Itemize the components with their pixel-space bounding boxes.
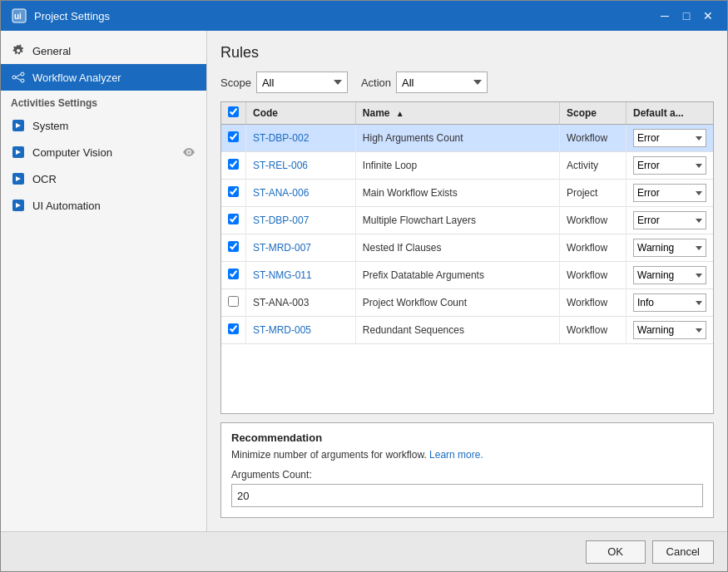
action-dropdown[interactable]: ErrorWarningInfoVerbose [633, 184, 706, 202]
row-default-action[interactable]: ErrorWarningInfoVerbose [626, 262, 714, 289]
learn-more-link[interactable]: Learn more. [429, 449, 483, 461]
action-dropdown[interactable]: ErrorWarningInfoVerbose [633, 211, 706, 229]
cancel-button[interactable]: Cancel [652, 540, 714, 564]
row-name: Redundant Sequences [355, 317, 559, 344]
rules-table: Code Name ▲ Scope Default a... ST-DBP-00… [221, 102, 713, 344]
ok-button[interactable]: OK [586, 540, 646, 564]
sidebar-item-ui-automation[interactable]: UI Automation [1, 192, 206, 219]
main-content: Rules Scope All Workflow Activity Projec… [207, 31, 727, 531]
table-row: ST-MRD-005Redundant SequencesWorkflowErr… [221, 317, 713, 344]
recommendation-title: Recommendation [231, 431, 703, 444]
row-default-action[interactable]: ErrorWarningInfoVerbose [626, 234, 714, 262]
code-link[interactable]: ST-MRD-005 [253, 324, 311, 336]
app-icon: ui [11, 7, 27, 24]
action-dropdown[interactable]: ErrorWarningInfoVerbose [633, 321, 706, 339]
row-default-action[interactable]: ErrorWarningInfoVerbose [626, 317, 714, 344]
sidebar-item-ocr[interactable]: OCR [1, 165, 206, 192]
row-checkbox[interactable] [228, 323, 239, 334]
row-checkbox[interactable] [228, 214, 239, 224]
action-filter: Action All Error Warning Info [361, 72, 488, 93]
row-default-action[interactable]: ErrorWarningInfoVerbose [626, 152, 714, 180]
row-scope: Activity [560, 152, 626, 180]
arguments-count-input[interactable] [231, 484, 703, 507]
table-header-row: Code Name ▲ Scope Default a... [221, 102, 713, 125]
action-dropdown[interactable]: ErrorWarningInfoVerbose [633, 266, 706, 284]
header-check[interactable] [221, 102, 246, 125]
scope-select[interactable]: All Workflow Activity Project [256, 72, 348, 93]
table-row: ST-NMG-011Prefix Datatable ArgumentsWork… [221, 262, 713, 289]
recommendation-panel: Recommendation Minimize number of argume… [220, 422, 714, 518]
sidebar-item-system[interactable]: System [1, 112, 206, 139]
code-link[interactable]: ST-NMG-011 [253, 269, 312, 281]
action-dropdown[interactable]: ErrorWarningInfoVerbose [633, 129, 706, 147]
row-checkbox[interactable] [228, 241, 239, 252]
row-checkbox[interactable] [228, 269, 239, 279]
row-checkbox-cell[interactable] [221, 234, 246, 262]
row-code[interactable]: ST-ANA-006 [246, 180, 356, 207]
header-default[interactable]: Default a... [626, 102, 714, 125]
scope-label: Scope [220, 76, 251, 89]
row-checkbox-cell[interactable] [221, 180, 246, 207]
action-dropdown[interactable]: ErrorWarningInfoVerbose [633, 156, 706, 175]
row-scope: Workflow [560, 125, 626, 152]
sidebar-item-computer-vision[interactable]: Computer Vision [1, 139, 206, 165]
row-default-action[interactable]: ErrorWarningInfoVerbose [626, 125, 714, 152]
code-link[interactable]: ST-ANA-006 [253, 187, 309, 199]
table-row: ST-REL-006Infinite LoopActivityErrorWarn… [221, 152, 713, 180]
cv-arrow-icon [11, 145, 26, 160]
row-name: Nested If Clauses [355, 234, 559, 262]
row-code[interactable]: ST-NMG-011 [246, 262, 356, 289]
row-checkbox-cell[interactable] [221, 125, 246, 152]
row-checkbox[interactable] [228, 131, 239, 142]
window-title: Project Settings [34, 10, 656, 22]
code-link[interactable]: ST-DBP-007 [253, 214, 309, 226]
row-code[interactable]: ST-DBP-007 [246, 207, 356, 234]
action-select[interactable]: All Error Warning Info [396, 72, 488, 93]
code-link[interactable]: ST-REL-006 [253, 160, 308, 171]
activities-settings-label: Activities Settings [1, 91, 206, 112]
row-checkbox-cell[interactable] [221, 152, 246, 180]
svg-point-5 [21, 79, 24, 82]
close-button[interactable]: ✕ [699, 7, 717, 25]
row-checkbox-cell[interactable] [221, 207, 246, 234]
header-name[interactable]: Name ▲ [355, 102, 559, 125]
row-name: Prefix Datatable Arguments [355, 262, 559, 289]
row-checkbox-cell[interactable] [221, 317, 246, 344]
ui-arrow-icon [11, 198, 26, 213]
svg-line-7 [16, 78, 21, 81]
minimize-button[interactable]: ─ [656, 7, 674, 25]
row-code[interactable]: ST-MRD-005 [246, 317, 356, 344]
row-code[interactable]: ST-MRD-007 [246, 234, 356, 262]
row-checkbox[interactable] [228, 186, 239, 197]
row-name: Main Workflow Exists [355, 180, 559, 207]
code-link[interactable]: ST-MRD-007 [253, 242, 311, 254]
row-code[interactable]: ST-DBP-002 [246, 125, 356, 152]
table-scroll[interactable]: Code Name ▲ Scope Default a... ST-DBP-00… [221, 102, 713, 413]
row-code[interactable]: ST-REL-006 [246, 152, 356, 180]
sidebar-item-workflow-analyzer[interactable]: Workflow Analyzer [1, 64, 206, 91]
header-scope[interactable]: Scope [560, 102, 626, 125]
row-default-action[interactable]: ErrorWarningInfoVerbose [626, 180, 714, 207]
sort-arrow-icon: ▲ [396, 109, 404, 118]
row-code[interactable]: ST-ANA-003 [246, 289, 356, 317]
code-link[interactable]: ST-DBP-002 [253, 132, 309, 144]
action-dropdown[interactable]: ErrorWarningInfoVerbose [633, 239, 706, 257]
ocr-arrow-icon [11, 171, 26, 186]
row-checkbox-cell[interactable] [221, 262, 246, 289]
sidebar-item-general[interactable]: General [1, 37, 206, 64]
row-checkbox[interactable] [228, 296, 239, 307]
action-dropdown[interactable]: ErrorWarningInfoVerbose [633, 293, 706, 312]
table-row: ST-MRD-007Nested If ClausesWorkflowError… [221, 234, 713, 262]
maximize-button[interactable]: □ [677, 7, 696, 25]
row-default-action[interactable]: ErrorWarningInfoVerbose [626, 207, 714, 234]
filters-row: Scope All Workflow Activity Project Acti… [220, 72, 714, 93]
table-row: ST-DBP-002High Arguments CountWorkflowEr… [221, 125, 713, 152]
select-all-checkbox[interactable] [228, 106, 239, 117]
header-code[interactable]: Code [246, 102, 356, 125]
row-name: Multiple Flowchart Layers [355, 207, 559, 234]
row-checkbox-cell[interactable] [221, 289, 246, 317]
table-row: ST-DBP-007Multiple Flowchart LayersWorkf… [221, 207, 713, 234]
row-default-action[interactable]: ErrorWarningInfoVerbose [626, 289, 714, 317]
row-checkbox[interactable] [228, 159, 239, 170]
action-label: Action [361, 76, 391, 89]
